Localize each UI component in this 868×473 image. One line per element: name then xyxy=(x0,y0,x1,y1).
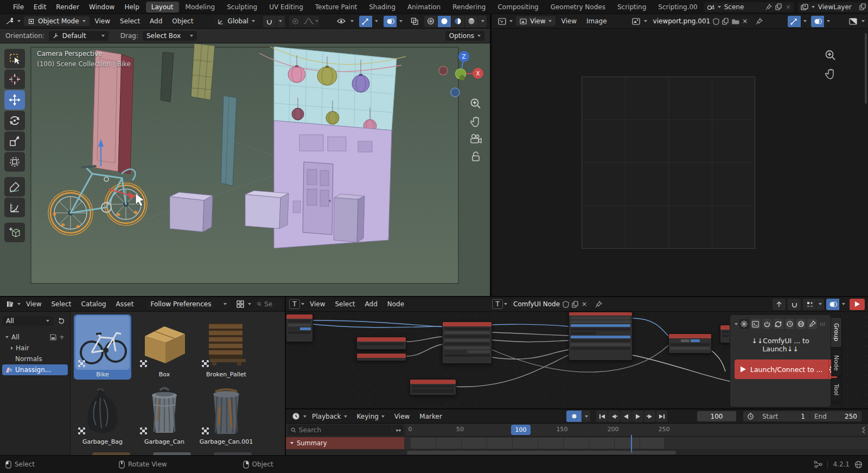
fake-user-shield-icon[interactable] xyxy=(713,18,719,25)
shading-material-icon[interactable] xyxy=(451,16,464,27)
workspace-tab-animation[interactable]: Animation xyxy=(402,2,446,12)
workspace-tab-scripting[interactable]: Scripting xyxy=(612,2,652,12)
use-preview-range-icon[interactable] xyxy=(743,411,757,422)
jump-to-start-button[interactable] xyxy=(596,411,608,422)
timeline-scrollbar[interactable] xyxy=(407,451,676,455)
asset-tile-garbage-bag[interactable]: Garbage_Bag xyxy=(74,382,131,447)
viewport-menu-view[interactable]: View xyxy=(91,16,114,27)
comfy-node-install[interactable] xyxy=(356,353,406,361)
node-header[interactable] xyxy=(357,354,406,358)
image-menu-view[interactable]: View xyxy=(557,16,580,27)
comfy-node-get3dview[interactable] xyxy=(356,337,406,350)
node-header[interactable] xyxy=(443,322,492,326)
tool-measure[interactable] xyxy=(4,198,25,217)
workspace-tab-sculpting[interactable]: Sculpting xyxy=(221,2,263,12)
timeline-menu-keying[interactable]: Keying xyxy=(353,411,389,422)
shading-wireframe-icon[interactable] xyxy=(424,16,437,27)
display-mode-grid-icon[interactable] xyxy=(234,299,247,310)
image-scrollbar-vertical[interactable] xyxy=(865,33,867,104)
catalog-item-hair[interactable]: Hair xyxy=(2,343,68,354)
lock-view-icon[interactable] xyxy=(470,150,481,162)
current-frame-field[interactable]: 100 xyxy=(697,411,736,421)
import-method-dropdown[interactable]: Follow Preferences xyxy=(146,299,231,309)
snap-grid-icon[interactable] xyxy=(803,299,816,310)
sidebar-tab-group[interactable]: Group xyxy=(831,317,842,348)
shading-solid-icon[interactable] xyxy=(438,16,451,27)
menu-help[interactable]: Help xyxy=(120,2,143,12)
asset-search-input[interactable] xyxy=(264,300,279,308)
comfy-node-sampler[interactable] xyxy=(569,312,633,361)
image-browse-icon[interactable] xyxy=(630,16,643,27)
snap-magnet-icon[interactable] xyxy=(788,299,801,310)
tool-select-box[interactable] xyxy=(4,49,25,68)
image-canvas[interactable] xyxy=(492,29,868,296)
tool-move[interactable] xyxy=(4,90,25,110)
asset-browser-type-icon[interactable] xyxy=(3,299,16,310)
prev-keyframe-button[interactable] xyxy=(608,411,620,422)
frame-end-field[interactable]: End250 xyxy=(809,413,861,420)
node-header[interactable] xyxy=(286,314,312,319)
asset-menu-view[interactable]: View xyxy=(22,299,46,310)
image-menu-image[interactable]: Image xyxy=(582,16,611,27)
auto-keying-caret[interactable] xyxy=(582,411,590,422)
sidebar-tab-node[interactable]: Node xyxy=(831,349,842,377)
timeline-search-box[interactable]: ↔ xyxy=(288,425,404,436)
next-keyframe-button[interactable] xyxy=(644,411,655,422)
viewlayer-name[interactable]: ViewLayer xyxy=(818,3,856,11)
image-overlays-caret[interactable] xyxy=(825,16,832,27)
catalog-item-unassigned[interactable]: Unassign... xyxy=(2,364,68,375)
sidebar-tab-view[interactable]: Vi xyxy=(831,403,842,408)
node-tree-caret[interactable] xyxy=(504,303,507,305)
open-folder-icon[interactable] xyxy=(732,18,739,24)
menu-edit[interactable]: Edit xyxy=(29,2,50,12)
console-icon[interactable] xyxy=(751,319,761,329)
snap-settings-caret[interactable] xyxy=(277,16,285,27)
gizmo-axis-z[interactable]: Z xyxy=(462,54,466,60)
shading-rendered-icon[interactable] xyxy=(465,16,478,27)
image-name-field[interactable]: viewport.png.001 × xyxy=(650,16,751,26)
play-button[interactable] xyxy=(632,411,643,422)
image-zoom-in-icon[interactable] xyxy=(825,49,837,61)
workspace-tab-scripting-00[interactable]: Scripting.00 xyxy=(653,2,703,12)
camera-view-icon[interactable] xyxy=(469,134,482,144)
comfy-node-input[interactable] xyxy=(286,314,313,342)
sidebar-tab-tool[interactable]: Tool xyxy=(831,378,842,401)
duplicate-icon[interactable] xyxy=(572,301,579,308)
catalog-item-normals[interactable]: Normals xyxy=(2,354,68,364)
editor-type-caret[interactable] xyxy=(17,20,21,22)
asset-tile-box[interactable]: Box xyxy=(136,314,193,380)
timeline-ruler[interactable]: 0 50 150 200 250 100 xyxy=(406,424,868,437)
mode-dropdown[interactable]: Object Mode xyxy=(24,16,90,26)
node-header[interactable] xyxy=(669,334,711,338)
panel-collapse-caret[interactable] xyxy=(735,323,738,325)
transform-orientation-dropdown[interactable]: Global xyxy=(214,16,259,26)
viewport-menu-select[interactable]: Select xyxy=(116,16,144,27)
collapse-chevrons-icon[interactable] xyxy=(861,426,866,434)
power-icon[interactable] xyxy=(762,319,772,329)
catalog-item-all[interactable]: All + xyxy=(2,332,68,343)
comfy-node-save[interactable] xyxy=(668,333,712,354)
image-mode-dropdown[interactable]: View xyxy=(516,16,556,26)
viewlayer-selector[interactable]: ViewLayer × xyxy=(798,2,868,12)
snap-grid-caret[interactable] xyxy=(816,299,824,310)
save-catalog-icon[interactable] xyxy=(50,334,56,340)
scene-dropdown-caret[interactable] xyxy=(718,6,721,8)
orientation-dropdown[interactable]: Default xyxy=(49,31,108,41)
unlink-icon[interactable]: × xyxy=(582,300,587,308)
asset-tile-garbage-can-001[interactable]: Garbage_Can.001 xyxy=(197,382,255,447)
node-menu-node[interactable]: Node xyxy=(383,299,409,310)
asset-menu-catalog[interactable]: Catalog xyxy=(77,299,111,310)
duplicate-icon[interactable] xyxy=(722,18,729,25)
summary-channel-header[interactable]: Summary xyxy=(286,437,404,449)
menu-window[interactable]: Window xyxy=(85,2,119,12)
image-browse-caret[interactable] xyxy=(644,20,647,22)
node-menu-select[interactable]: Select xyxy=(330,299,359,310)
zoom-in-icon[interactable] xyxy=(470,98,482,110)
pin-icon[interactable] xyxy=(756,18,763,25)
parent-tree-icon[interactable] xyxy=(773,299,786,310)
tool-rotate[interactable] xyxy=(4,111,25,130)
shading-caret[interactable] xyxy=(478,16,487,27)
asset-tile-broken-pallet[interactable]: Broken_Pallet xyxy=(197,314,255,380)
visibility-eye-icon[interactable] xyxy=(335,16,348,27)
comfy-node-loaddiffuse[interactable] xyxy=(442,321,492,364)
